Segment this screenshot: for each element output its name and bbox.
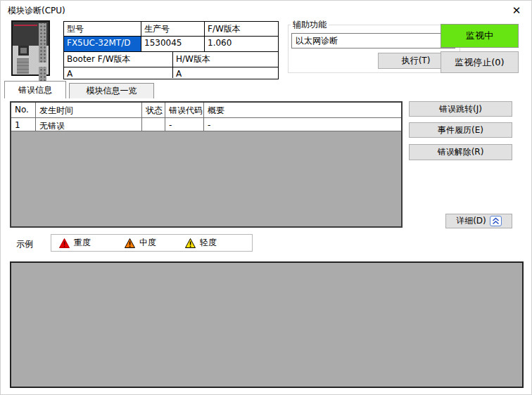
module-info-table: 型号 生产号 F/W版本 FX5UC-32MT/D 1530045 1.060 … [63,21,279,79]
monitoring-status-button[interactable]: 监视中 [441,24,519,48]
error-jump-button[interactable]: 错误跳转(J) [409,101,512,117]
cell-status [142,118,165,131]
moderate-warning-icon [125,238,135,248]
col-summary: 概要 [204,103,401,117]
detail-display-panel [10,261,524,388]
col-occurrence-time: 发生时间 [36,103,142,117]
col-no: No. [11,103,36,117]
error-table-row[interactable]: 1 无错误 - - [11,118,401,131]
tab-module-info-list[interactable]: 模块信息一览 [69,83,154,98]
cell-occurrence-time: 无错误 [36,118,142,131]
model-header: 型号 [64,22,141,36]
booter-fw-header: Booter F/W版本 [64,52,173,67]
model-value-selected[interactable]: FX5UC-32MT/D [64,37,141,51]
titlebar: 模块诊断(CPU) ✕ [1,1,531,20]
serial-value: 1530045 [141,37,205,51]
legend-item-moderate: 中度 [125,237,156,249]
light-warning-icon [185,238,196,248]
col-error-code: 错误代码 [165,103,204,117]
error-table-header: No. 发生时间 状态 错误代码 概要 [11,103,401,118]
legend-item-severe: 重度 [59,237,91,249]
detail-button-label: 详细(D) [456,215,486,227]
chevron-double-up-icon [490,216,502,226]
legend-label: 示例 [16,238,33,250]
legend-moderate-label: 中度 [139,237,156,249]
cell-summary: - [204,118,401,131]
error-clear-button[interactable]: 错误解除(R) [409,144,512,160]
fw-header: F/W版本 [205,22,278,36]
aux-function-dropdown[interactable]: 以太网诊断 [291,33,455,48]
module-thumbnail-image [11,20,50,76]
event-history-button[interactable]: 事件履历(E) [409,122,512,138]
error-list-panel: No. 发生时间 状态 错误代码 概要 1 无错误 - - [10,101,403,228]
legend-light-label: 轻度 [200,237,217,249]
col-status: 状态 [142,103,165,117]
booter-fw-value: A [64,67,173,78]
module-lower-connector [17,58,29,74]
serial-header: 生产号 [141,22,205,36]
monitor-stop-button[interactable]: 监视停止(0) [441,51,519,73]
cell-no: 1 [11,118,36,131]
module-red-stripe [14,25,37,26]
hw-value: A [173,67,278,78]
legend-severe-label: 重度 [74,237,91,249]
fw-value: 1.060 [205,37,278,51]
module-port [18,46,29,56]
severity-legend: 重度 中度 轻度 [51,234,253,252]
close-icon[interactable]: ✕ [505,2,528,19]
severe-warning-icon [59,238,70,248]
aux-function-label: 辅助功能 [291,19,329,31]
legend-item-light: 轻度 [185,237,217,249]
module-diagnostics-dialog: 模块诊断(CPU) ✕ 型号 生产号 F/W版本 FX5UC-32MT/D 15… [0,0,532,395]
aux-function-group: 辅助功能 以太网诊断 执行(T) [288,25,460,73]
detail-button[interactable]: 详细(D) [445,214,512,228]
window-title: 模块诊断(CPU) [8,5,65,17]
tab-error-info[interactable]: 错误信息 [4,81,66,98]
cell-error-code: - [165,118,204,131]
aux-function-selected-value: 以太网诊断 [296,35,338,47]
module-connector-strip-top [39,23,46,63]
hw-header: H/W版本 [173,52,278,67]
